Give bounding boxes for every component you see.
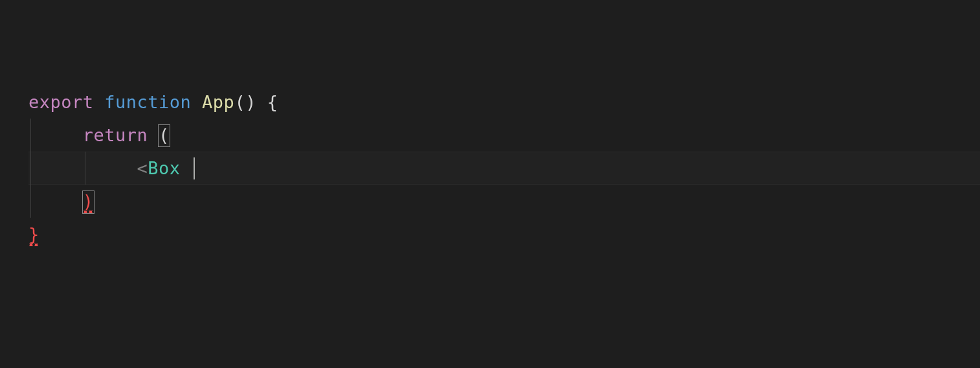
code-token: Box (148, 158, 191, 178)
indent-space (28, 191, 83, 211)
code-token: App (202, 92, 234, 112)
code-token: < (137, 158, 148, 178)
code-token: export (28, 92, 104, 112)
code-token: () { (234, 92, 278, 112)
code-line[interactable]: ) (28, 185, 980, 218)
indent-guide (85, 152, 85, 185)
code-token: return (83, 125, 159, 145)
indent-guide (30, 119, 31, 152)
code-token: ) (82, 190, 95, 214)
text-cursor (194, 157, 195, 179)
code-editor[interactable]: export function App() { return ( <Box )} (0, 0, 980, 368)
code-line[interactable]: <Box (28, 152, 980, 185)
code-token: ( (158, 124, 170, 147)
indent-space (28, 125, 83, 145)
indent-space (28, 158, 137, 178)
code-token: function (104, 92, 202, 112)
code-line[interactable]: } (28, 218, 980, 251)
code-line[interactable]: return ( (28, 119, 980, 152)
code-token: } (28, 224, 39, 246)
indent-guide (30, 152, 31, 185)
indent-guide (30, 185, 31, 218)
code-line[interactable]: export function App() { (28, 86, 980, 119)
